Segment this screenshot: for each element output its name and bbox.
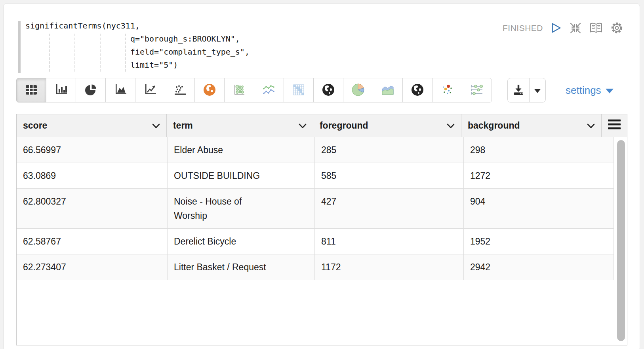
vertical-scrollbar[interactable] <box>617 140 625 341</box>
cell-background: 298 <box>464 137 614 163</box>
cell-background: 904 <box>464 189 614 228</box>
chevron-down-icon[interactable] <box>587 120 595 131</box>
viz-button-area-chart[interactable] <box>105 78 135 102</box>
viz-button-scatter-chart[interactable] <box>165 78 195 102</box>
code-text[interactable]: significantTerms(nyc311, q="borough_s:BR… <box>25 19 250 72</box>
cell-foreground: 285 <box>315 137 464 163</box>
pie-chart-color-icon <box>351 83 365 98</box>
table-body-rows: 66.56997 Elder Abuse 285 298 63.0869 OUT… <box>17 137 614 280</box>
gear-icon[interactable] <box>611 22 623 34</box>
paragraph-status-bar: FINISHED <box>503 22 623 34</box>
cell-term: Elder Abuse <box>168 137 315 163</box>
column-header-term[interactable]: term <box>167 114 313 137</box>
cell-background: 1952 <box>464 229 614 254</box>
run-icon[interactable] <box>551 22 562 34</box>
cell-background: 2942 <box>464 254 614 280</box>
download-icon <box>513 84 524 97</box>
chevron-down-icon[interactable] <box>152 120 160 131</box>
table-chart-icon <box>25 85 37 96</box>
column-header-score[interactable]: score <box>17 114 167 137</box>
code-line: limit="5") <box>25 59 250 72</box>
cell-term: Noise - House of Worship <box>168 189 315 228</box>
table-row: 62.800327 Noise - House of Worship 427 9… <box>17 189 614 229</box>
heatmap-icon <box>293 84 305 97</box>
settings-toggle[interactable]: settings <box>566 78 614 102</box>
viz-button-multi-line-chart[interactable] <box>254 78 284 102</box>
table-menu-button[interactable] <box>602 114 627 137</box>
cell-background: 1272 <box>464 163 614 188</box>
result-table: score term foreground background 66.5699… <box>16 114 627 345</box>
multi-line-chart-icon <box>263 85 275 96</box>
bubble-matrix-icon <box>233 84 245 97</box>
table-row: 66.56997 Elder Abuse 285 298 <box>17 137 614 163</box>
globe-dark-2-icon <box>411 83 424 98</box>
paragraph-exec-bar <box>18 21 21 73</box>
code-line: q="borough_s:BROOKLYN", <box>25 32 250 46</box>
chevron-down-icon[interactable] <box>299 120 307 131</box>
table-row: 62.58767 Derelict Bicycle 811 1952 <box>17 229 614 254</box>
stacked-area-chart-icon <box>381 84 394 97</box>
book-icon[interactable] <box>589 22 603 34</box>
viz-button-globe-2[interactable] <box>402 78 433 102</box>
viz-button-table[interactable] <box>16 78 46 102</box>
download-options-button[interactable] <box>529 78 546 102</box>
code-editor[interactable]: significantTerms(nyc311, q="borough_s:BR… <box>18 18 250 73</box>
column-header-label: score <box>23 120 47 131</box>
notebook-paragraph-panel: significantTerms(nyc311, q="borough_s:BR… <box>3 3 640 349</box>
cell-foreground: 1172 <box>315 254 464 280</box>
area-chart-icon <box>114 84 126 97</box>
status-badge: FINISHED <box>503 23 543 33</box>
code-line: significantTerms(nyc311, <box>25 19 250 32</box>
globe-dark-icon <box>322 83 335 98</box>
viz-button-pie-chart-color[interactable] <box>343 78 373 102</box>
cell-score: 66.56997 <box>17 137 168 163</box>
cell-term: Litter Basket / Request <box>168 254 315 280</box>
viz-button-bar-chart[interactable] <box>46 78 76 102</box>
cell-foreground: 427 <box>315 189 464 228</box>
scatter-color-icon <box>441 84 453 97</box>
caret-down-icon <box>606 89 614 93</box>
viz-button-map[interactable] <box>194 78 225 102</box>
cell-score: 62.58767 <box>17 229 168 254</box>
code-line: field="complaint_type_s", <box>25 46 250 59</box>
cell-score: 63.0869 <box>17 163 168 188</box>
pie-chart-icon <box>85 84 97 97</box>
viz-toolbar <box>16 78 492 102</box>
column-header-label: background <box>468 120 520 131</box>
viz-button-globe[interactable] <box>313 78 343 102</box>
caret-down-icon <box>534 89 541 93</box>
viz-button-bubble-matrix[interactable] <box>224 78 254 102</box>
viz-button-heatmap[interactable] <box>284 78 314 102</box>
cell-foreground: 811 <box>315 229 464 254</box>
download-group <box>507 78 546 102</box>
column-header-label: foreground <box>320 120 368 131</box>
column-header-background[interactable]: background <box>461 114 602 137</box>
collapse-icon[interactable] <box>570 22 581 34</box>
table-row: 62.273407 Litter Basket / Request 1172 2… <box>17 254 614 280</box>
cell-foreground: 585 <box>315 163 464 188</box>
bar-chart-icon <box>55 84 67 97</box>
cell-score: 62.800327 <box>17 189 168 228</box>
cell-score: 62.273407 <box>17 254 168 280</box>
table-row: 63.0869 OUTSIDE BUILDING 585 1272 <box>17 163 614 189</box>
line-chart-icon <box>144 84 156 97</box>
hamburger-menu-icon <box>608 119 621 132</box>
column-header-foreground[interactable]: foreground <box>313 114 461 137</box>
viz-button-scatter-color[interactable] <box>432 78 462 102</box>
table-body: 66.56997 Elder Abuse 285 298 63.0869 OUT… <box>17 137 627 345</box>
table-header-row: score term foreground background <box>17 114 627 137</box>
viz-button-interval-plot[interactable] <box>462 78 492 102</box>
settings-label: settings <box>566 84 601 97</box>
viz-button-line-chart[interactable] <box>135 78 165 102</box>
map-globe-orange-icon <box>203 83 216 98</box>
download-button[interactable] <box>507 78 530 102</box>
cell-term: Derelict Bicycle <box>168 229 315 254</box>
column-header-label: term <box>173 120 193 131</box>
viz-button-pie-chart[interactable] <box>76 78 106 102</box>
chevron-down-icon[interactable] <box>447 120 455 131</box>
interval-plot-icon <box>471 84 483 97</box>
scatter-chart-icon <box>174 84 186 97</box>
viz-button-stacked-area-chart[interactable] <box>373 78 403 102</box>
cell-term: OUTSIDE BUILDING <box>168 163 315 188</box>
